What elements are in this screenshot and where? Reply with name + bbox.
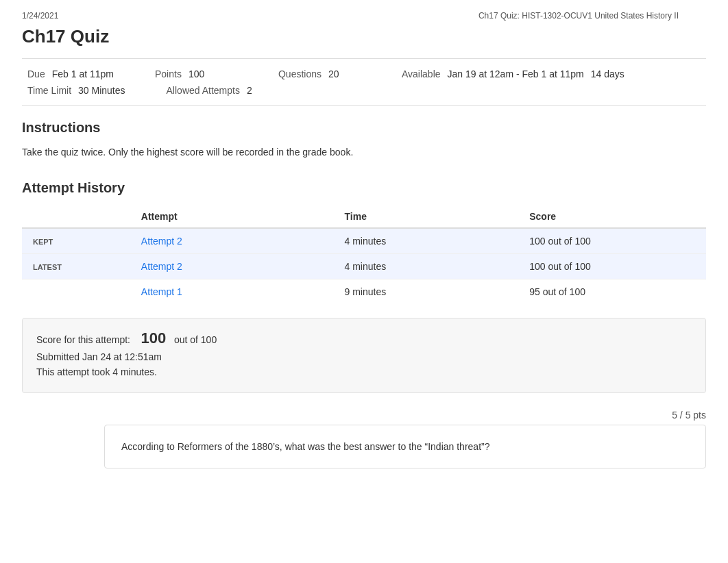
points-label: Points: [155, 68, 182, 79]
attempt-link-cell: Attempt 1: [133, 279, 337, 305]
page-title: Ch17 Quiz: [22, 26, 706, 47]
meta-section: Due Feb 1 at 11pm Points 100 Questions 2…: [22, 58, 706, 106]
col-header-score: Score: [521, 205, 706, 228]
time-limit-item: Time Limit 30 Minutes: [27, 85, 125, 96]
table-row: LATESTAttempt 24 minutes100 out of 100: [22, 254, 706, 279]
score-label: Score for this attempt:: [36, 334, 130, 345]
score-summary-box: Score for this attempt: 100 out of 100 S…: [22, 318, 706, 393]
attempt-score: 95 out of 100: [521, 279, 706, 305]
instructions-title: Instructions: [22, 120, 706, 136]
question-section: 5 / 5 pts According to Reformers of the …: [22, 410, 706, 468]
allowed-attempts-label: Allowed Attempts: [167, 85, 240, 96]
attempt-history-section: Attempt History Attempt Time Score KEPTA…: [22, 180, 706, 304]
submitted-line: Submitted Jan 24 at 12:51am: [36, 351, 692, 362]
date: 1/24/2021: [22, 11, 58, 21]
available-value: Jan 19 at 12am - Feb 1 at 11pm: [448, 68, 584, 79]
out-of: out of 100: [174, 334, 217, 345]
score-line: Score for this attempt: 100 out of 100: [36, 329, 692, 347]
time-limit-label: Time Limit: [27, 85, 71, 96]
attempt-time: 4 minutes: [337, 254, 522, 279]
attempt-link[interactable]: Attempt 2: [141, 261, 182, 272]
col-header-badge: [22, 205, 133, 228]
points-item: Points 100: [155, 68, 237, 79]
badge-label: KEPT: [30, 236, 56, 247]
attempt-badge: LATEST: [22, 254, 133, 279]
badge-label: LATEST: [30, 262, 64, 273]
date-line: 1/24/2021 Ch17 Quiz: HIST-1302-OCUV1 Uni…: [22, 11, 706, 21]
instructions-text: Take the quiz twice. Only the highest sc…: [22, 145, 706, 160]
meta-row-1: Due Feb 1 at 11pm Points 100 Questions 2…: [22, 66, 706, 82]
pts-display: 5 / 5 pts: [22, 410, 706, 421]
table-row: Attempt 19 minutes95 out of 100: [22, 279, 706, 305]
available-item: Available Jan 19 at 12am - Feb 1 at 11pm…: [402, 68, 701, 79]
question-box: According to Reformers of the 1880’s, wh…: [104, 425, 706, 468]
table-row: KEPTAttempt 24 minutes100 out of 100: [22, 228, 706, 254]
days-value: 14 days: [591, 68, 624, 79]
duration-line: This attempt took 4 minutes.: [36, 366, 692, 377]
due-item: Due Feb 1 at 11pm: [27, 68, 114, 79]
instructions-section: Instructions Take the quiz twice. Only t…: [22, 120, 706, 160]
attempt-score: 100 out of 100: [521, 228, 706, 254]
points-value: 100: [189, 68, 204, 79]
questions-item: Questions 20: [278, 68, 361, 79]
due-value: Feb 1 at 11pm: [52, 68, 114, 79]
attempt-link[interactable]: Attempt 2: [141, 236, 182, 247]
pts-value: 5 / 5 pts: [672, 410, 706, 421]
attempt-history-title: Attempt History: [22, 180, 706, 196]
breadcrumb: Ch17 Quiz: HIST-1302-OCUV1 United States…: [478, 11, 679, 21]
available-label: Available: [402, 68, 441, 79]
attempt-badge: KEPT: [22, 228, 133, 254]
col-header-attempt: Attempt: [133, 205, 337, 228]
attempt-time: 4 minutes: [337, 228, 522, 254]
attempt-link-cell: Attempt 2: [133, 228, 337, 254]
due-label: Due: [27, 68, 45, 79]
allowed-attempts-value: 2: [247, 85, 252, 96]
questions-label: Questions: [278, 68, 321, 79]
allowed-attempts-item: Allowed Attempts 2: [167, 85, 252, 96]
questions-value: 20: [328, 68, 339, 79]
question-text: According to Reformers of the 1880’s, wh…: [121, 439, 689, 454]
attempt-link[interactable]: Attempt 1: [141, 286, 182, 297]
score-number: 100: [141, 329, 167, 347]
attempt-score: 100 out of 100: [521, 254, 706, 279]
attempt-badge: [22, 279, 133, 305]
meta-row-2: Time Limit 30 Minutes Allowed Attempts 2: [22, 82, 706, 99]
attempt-table: Attempt Time Score KEPTAttempt 24 minute…: [22, 205, 706, 304]
attempt-link-cell: Attempt 2: [133, 254, 337, 279]
col-header-time: Time: [337, 205, 522, 228]
attempt-time: 9 minutes: [337, 279, 522, 305]
time-limit-value: 30 Minutes: [78, 85, 125, 96]
